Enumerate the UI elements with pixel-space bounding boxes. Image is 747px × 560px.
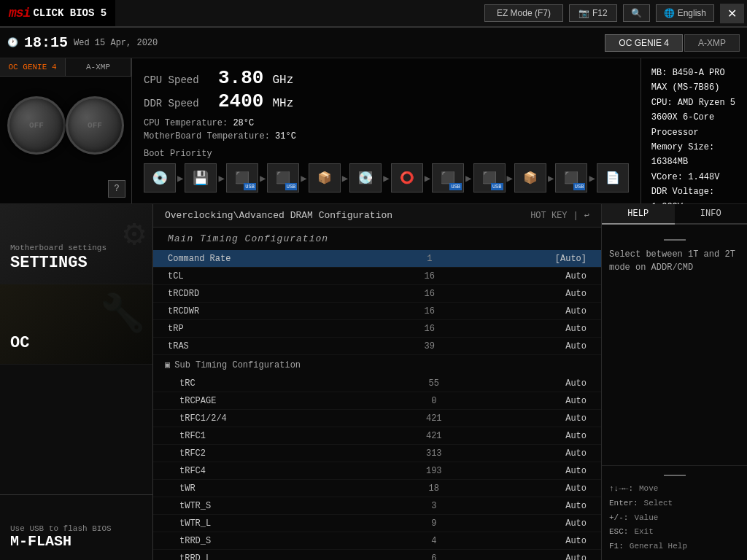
sub-timing-row[interactable]: tRCPAGE 0 Auto (153, 392, 601, 410)
key-action-3: Exit (634, 525, 653, 540)
boot-device-3[interactable]: ⬛ USB (226, 163, 258, 192)
sysinfo-bar: OC GENIE 4 A-XMP OFF OFF ? CPU Speed 3.8… (0, 58, 747, 204)
boot-device-10[interactable]: 📦 (514, 163, 546, 192)
info-tab-button[interactable]: INFO (675, 204, 748, 225)
sub-timing-row[interactable]: tWTR_S 3 Auto (153, 497, 601, 515)
key-legend-row: ESC: Exit (609, 525, 740, 540)
memory-value: 16384MB (651, 157, 688, 167)
sidebar-item-mflash[interactable]: Use USB to flash BIOS M-FLASH (0, 494, 152, 560)
cpu-speed-unit: GHz (272, 74, 293, 87)
search-button[interactable]: 🔍 (623, 4, 650, 22)
sub-row-value-10: 6 (383, 553, 485, 561)
sub-timing-row[interactable]: tRFC1/2/4 421 Auto (153, 410, 601, 427)
sub-timing-row[interactable]: tRFC1 421 Auto (153, 427, 601, 445)
sub-timing-row[interactable]: tRRD_L 6 Auto (153, 550, 601, 560)
row-setting-3: Auto (482, 306, 587, 316)
row-setting-0: [Auto] (482, 254, 587, 264)
help-icon-button[interactable]: ? (108, 180, 125, 198)
tab-axmp[interactable]: A-XMP (684, 34, 740, 52)
oc-genie-tab[interactable]: OC GENIE 4 (0, 58, 66, 76)
ddr-speed-unit: MHz (272, 97, 293, 110)
mb-temp-row: MotherBoard Temperature: 31°C (144, 131, 629, 141)
row-name-3: tRCDWR (168, 306, 377, 316)
key-action-4: General Help (630, 540, 687, 554)
cpu-info-row: CPU: AMD Ryzen 5 3600X 6-Core Processor (651, 96, 737, 140)
key-action-1: Select (644, 497, 673, 511)
msi-logo: msi (9, 6, 30, 20)
f12-label: F12 (592, 8, 608, 18)
boot-device-6[interactable]: 💽 (349, 163, 382, 192)
sub-timing-row[interactable]: tWR 18 Auto (153, 480, 601, 497)
key-legend-row: Enter: Select (609, 497, 740, 511)
ez-mode-button[interactable]: EZ Mode (F7) (484, 4, 563, 22)
key-2: +/-: (609, 511, 628, 526)
row-name-0: Command Rate (168, 254, 377, 264)
sub-row-value-0: 55 (383, 378, 485, 389)
close-button[interactable]: ✕ (720, 4, 744, 23)
mflash-title: M-FLASH (10, 533, 142, 550)
main-timing-row[interactable]: tCL 16 Auto (153, 268, 601, 285)
sub-timing-row[interactable]: tRFC4 193 Auto (153, 462, 601, 480)
hotkey-label: HOT KEY (530, 211, 567, 221)
help-tabs: HELP INFO (602, 204, 747, 225)
axmp-tab[interactable]: A-XMP (66, 58, 131, 76)
axmp-knob[interactable]: OFF (66, 96, 124, 155)
main-timing-row[interactable]: tRP 16 Auto (153, 320, 601, 338)
center-info: CPU Speed 3.80 GHz DDR Speed 2400 MHz CP… (132, 58, 641, 203)
row-setting-4: Auto (482, 324, 587, 334)
collapse-icon[interactable]: ▣ (165, 359, 170, 370)
mb-label: MB: (651, 68, 667, 78)
main-area: ⚙ Motherboard settings SETTINGS 🔧 OC Use… (0, 204, 747, 560)
boot-device-9[interactable]: ⬛ USB (473, 163, 506, 192)
sidebar-item-oc[interactable]: 🔧 OC (0, 284, 152, 365)
boot-device-8[interactable]: ⬛ USB (432, 163, 464, 192)
boot-arrow-11: ▶ (589, 172, 595, 184)
sub-timing-rows: tRC 55 Auto tRCPAGE 0 Auto tRFC1/2/4 421… (153, 375, 601, 560)
language-label: English (678, 8, 706, 18)
sub-row-name-0: tRC (179, 378, 383, 389)
main-timing-row[interactable]: tRCDWR 16 Auto (153, 303, 601, 320)
sub-timing-row[interactable]: tRRD_S 4 Auto (153, 532, 601, 550)
bios-content: Overclocking\Advanced DRAM Configuration… (153, 204, 601, 560)
sub-row-name-8: tWTR_L (179, 518, 383, 529)
boot-device-12[interactable]: 📄 (597, 163, 629, 192)
sub-timing-row[interactable]: tWTR_L 9 Auto (153, 515, 601, 532)
sub-timing-row[interactable]: tRFC2 313 Auto (153, 445, 601, 462)
boot-devices: 💿 ▶ 💾 ▶ ⬛ USB ▶ ⬛ USB ▶ 📦 ▶ 💽 (144, 163, 629, 192)
key-3: ESC: (609, 525, 628, 540)
boot-device-2[interactable]: 💾 (185, 163, 217, 192)
main-timing-row[interactable]: tRAS 39 Auto (153, 338, 601, 355)
settings-title: SETTINGS (10, 254, 142, 272)
sidebar-item-settings[interactable]: ⚙ Motherboard settings SETTINGS (0, 204, 152, 284)
sub-row-value-7: 3 (383, 501, 485, 511)
row-value-3: 16 (377, 306, 482, 316)
tabs-area: OC GENIE 4 A-XMP (605, 34, 740, 52)
key-legend-row: +/-: Value (609, 511, 740, 526)
back-icon[interactable]: ↩ (584, 210, 589, 221)
help-tab-button[interactable]: HELP (602, 204, 675, 225)
boot-arrow-10: ▶ (548, 172, 554, 184)
memory-info-row: Memory Size: 16384MB (651, 140, 737, 170)
help-text: Select between 1T and 2T mode on ADDR/CM… (609, 248, 740, 274)
ddr-speed-label: DDR Speed (144, 98, 209, 109)
tab-oc-genie[interactable]: OC GENIE 4 (605, 34, 683, 52)
boot-device-5[interactable]: 📦 (309, 163, 341, 192)
boot-device-1[interactable]: 💿 (144, 163, 176, 192)
f12-button[interactable]: 📷 F12 (569, 4, 617, 22)
row-value-5: 39 (377, 341, 482, 351)
boot-device-7[interactable]: ⭕ (391, 163, 423, 192)
boot-arrow-8: ▶ (465, 172, 471, 184)
sub-row-setting-0: Auto (485, 378, 587, 389)
boot-arrow-6: ▶ (383, 172, 389, 184)
row-name-2: tRCDRD (168, 289, 377, 299)
oc-genie-knob[interactable]: OFF (7, 96, 66, 155)
main-timing-row[interactable]: tRCDRD 16 Auto (153, 285, 601, 303)
main-timing-row[interactable]: Command Rate 1 [Auto] (153, 250, 601, 268)
row-value-4: 16 (377, 324, 482, 334)
boot-device-4[interactable]: ⬛ USB (267, 163, 299, 192)
hotkey-separator: | (573, 211, 578, 221)
boot-device-11[interactable]: ⬛ USB (555, 163, 587, 192)
vcore-info-row: VCore: 1.448V (651, 170, 737, 184)
sub-timing-row[interactable]: tRC 55 Auto (153, 375, 601, 392)
language-button[interactable]: 🌐 English (656, 4, 714, 22)
